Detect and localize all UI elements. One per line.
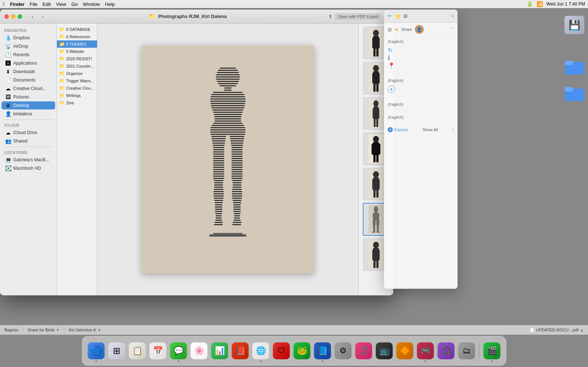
system-icon-folder-blue[interactable] [564,57,585,76]
maximize-button[interactable] [18,14,22,19]
dock-item-music[interactable]: 🎵 [354,341,373,360]
dock-item-word[interactable]: 📘 [313,341,332,360]
menu-clock: Wed Jun 1 7:40 PM [546,1,585,7]
file-item-organize[interactable]: 📁 Organize [57,70,97,77]
share-button[interactable]: Share [401,27,412,32]
finder-toolbar-right: ⬆ Open with PDF Expert ⚙ [329,13,389,20]
close-button[interactable] [4,14,9,19]
thumb-figure-4 [369,134,383,163]
bottom-bar-kiri[interactable]: Kiri Selection A ▼ [69,328,101,332]
minimize-button[interactable] [11,14,15,19]
forward-button[interactable]: › [38,13,47,20]
sidebar-item-recents[interactable]: 🕐 Recents [1,51,55,59]
file-item-website[interactable]: 📁 0 Website [57,48,97,55]
dock-item-tv[interactable]: 📺 [375,341,394,360]
svg-rect-86 [213,178,224,179]
desktop-icon: 🖥 [5,102,11,108]
star-icon[interactable]: ⭐ [395,13,401,19]
system-icon-drive[interactable]: 💾 [564,15,585,35]
sidebar-item-macintosh-hd[interactable]: 💽 Macintosh HD [1,164,55,172]
svg-point-154 [373,136,379,143]
sidebar-item-dropbox[interactable]: 💧 Dropbox [1,34,55,42]
dock-item-migration[interactable]: 🗂 [457,341,476,360]
dock-item-calendar[interactable]: 📅 [148,341,168,360]
file-item-2021counter[interactable]: 📁 2021 Counter I.. [57,62,97,70]
open-with-button[interactable]: Open with PDF Expert [335,13,381,20]
svg-rect-75 [232,165,243,166]
bottom-bar-snare[interactable]: Snare for Birds ▼ [28,328,60,332]
panel-chevron-up[interactable]: ⌃ [450,27,454,32]
dock-item-messages[interactable]: 💬 [169,341,188,360]
dock-item-powerpoint[interactable]: 📕 [231,341,250,360]
dock-item-launchpad[interactable]: ⊞ [107,341,126,360]
explore-button[interactable]: ✦ Explore [388,127,408,132]
dock-item-game1[interactable]: 🐸 [293,341,312,360]
info-icon[interactable]: ℹ [388,54,390,61]
sidebar-item-airdrop[interactable]: 📡 AirDrop [1,42,55,50]
dock-item-app4[interactable]: 🎮 [416,341,435,360]
bottom-bar-file[interactable]: 📄 UPDATED-DOCU....pdf ▲ [530,328,584,332]
apple-menu[interactable]:  [3,1,5,7]
sidebar-item-documents[interactable]: 📄 Documents [1,76,55,84]
dock-item-photos[interactable]: 🌸 [190,341,209,360]
sidebar-label-recents: Recents [13,52,29,57]
file-item-2020resist[interactable]: 📁 2020 RESIST! [57,55,97,62]
sidebar-item-icloud-drive[interactable]: ☁ iCloud Drive [1,129,55,137]
file-name-zine: Zine [66,101,74,105]
dock-item-numbers[interactable]: 📊 [210,341,229,360]
file-item-trigger[interactable]: 📁 Trigger Warning... [57,77,97,84]
svg-rect-52 [212,140,225,141]
sidebar-item-creativecloud[interactable]: ☁ Creative Cloud... [1,84,55,93]
sidebar-item-gabrielas[interactable]: 💻 Gabriela's MacB... [1,156,55,164]
menu-finder[interactable]: Finder [10,1,25,7]
dock-item-contacts[interactable]: 📋 [128,341,147,360]
menu-view[interactable]: View [56,1,66,7]
dock-item-app3[interactable]: 🔶 [395,341,415,360]
file-item-writings[interactable]: 📁 Writings [57,92,97,99]
chevron-right-icon[interactable]: › [452,127,454,132]
dock-item-finder[interactable]: 🔵 [87,341,106,360]
file-item-zine[interactable]: 📁 Zine [57,99,97,107]
dock-item-facetime[interactable]: 🎬 [483,341,502,360]
location-icon[interactable]: 📍 [388,62,395,69]
sidebar-item-desktop[interactable]: 🖥 Desktop [1,101,55,109]
menu-help[interactable]: Help [105,1,115,7]
menu-window[interactable]: Window [83,1,100,7]
svg-rect-121 [234,215,240,216]
sidebar-item-downloads[interactable]: ⬇ Downloads [1,68,55,76]
file-item-themes[interactable]: 📁 0 THEMES [57,40,97,48]
menu-edit[interactable]: Edit [43,1,51,7]
sidebar-item-shared[interactable]: 👥 Shared [1,137,55,145]
pen-icon[interactable]: ✏ [388,13,392,19]
sidebar-item-pictures[interactable]: 🖼 Pictures [1,93,55,101]
sidebar-item-applications[interactable]: 🅰 Applications [1,59,55,67]
downloads-icon: ⬇ [5,69,11,75]
svg-rect-180 [373,220,379,220]
pdf-icon: 📄 [530,328,535,332]
back-button[interactable]: ‹ [28,13,37,20]
sync-icon[interactable]: ↻ [388,47,392,54]
dock-item-vpn[interactable]: 🛡 [272,341,291,360]
sidebar-item-kiridalena[interactable]: 👤 kiridalena [1,110,55,118]
dock-item-app2[interactable]: ⚙ [334,341,353,360]
share-icon[interactable]: ⬆ [329,14,332,19]
file-item-references[interactable]: 📁 0 References [57,33,97,40]
svg-rect-119 [234,213,240,214]
panel-more-icon[interactable]: ≡ [451,14,454,19]
menu-file[interactable]: File [30,1,37,7]
file-item-creative[interactable]: 📁 Creative Cloud... [57,84,97,92]
dock-icon-tv: 📺 [376,342,393,359]
grid-icon[interactable]: ⊞ [404,13,408,19]
file-item-database[interactable]: 📁 0 DATABASE [57,26,97,33]
dock-item-chrome[interactable]: 🌐 [251,341,270,360]
system-icon-folder-blue2[interactable] [564,84,585,104]
table-view-icon[interactable]: ⊟ [388,27,392,32]
menu-go[interactable]: Go [71,1,78,7]
dock-item-podcasts[interactable]: 🎧 [437,341,456,360]
show-all-button[interactable]: Show All [423,127,438,132]
add-button[interactable]: + [388,86,395,93]
user-avatar: 👤 [415,25,424,34]
dock-dot-app4 [425,360,426,362]
svg-rect-143 [377,73,380,83]
file-name-creative: Creative Cloud... [66,86,95,90]
